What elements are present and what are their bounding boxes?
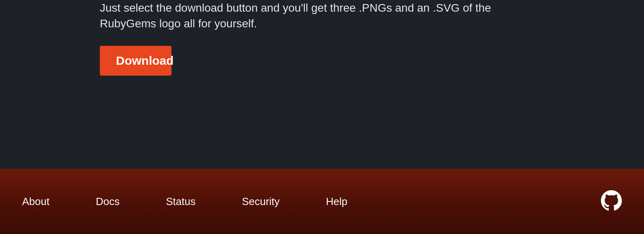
footer-nav-link-status[interactable]: Status — [166, 195, 196, 208]
github-link[interactable] — [601, 190, 622, 213]
footer-nav-link-security[interactable]: Security — [242, 195, 280, 208]
footer: AboutDocsStatusSecurityHelp — [0, 169, 644, 234]
github-icon — [601, 190, 622, 211]
download-button[interactable]: Download — [100, 46, 171, 76]
footer-nav-link-about[interactable]: About — [22, 195, 50, 208]
description-text: Just select the download button and you'… — [100, 0, 544, 31]
main-content: Just select the download button and you'… — [0, 0, 644, 169]
footer-nav: AboutDocsStatusSecurityHelp — [22, 195, 394, 208]
footer-nav-link-docs[interactable]: Docs — [96, 195, 120, 208]
footer-nav-link-help[interactable]: Help — [326, 195, 347, 208]
